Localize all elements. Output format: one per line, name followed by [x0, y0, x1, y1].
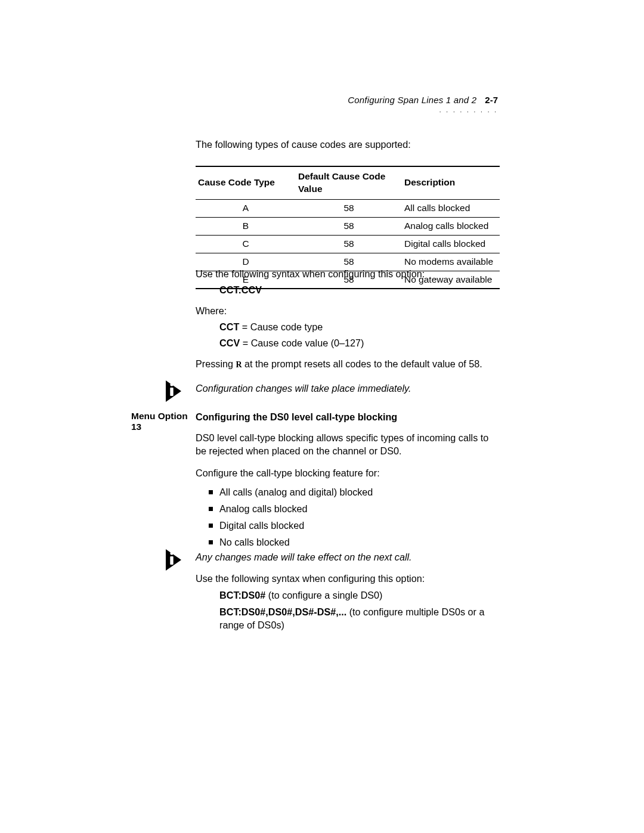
where-item: CCV = Cause code value (0–127) — [196, 337, 500, 350]
col-header-type: Cause Code Type — [196, 166, 296, 199]
where-rest: = Cause code type — [239, 321, 323, 332]
where-item: CCT = Cause code type — [196, 321, 500, 334]
where-label: Where: — [196, 305, 500, 318]
syntax2-bold: BCT:DS0#,DS0#,DS#-DS#,... — [219, 606, 346, 617]
syntax-lead: Use the following syntax when configurin… — [196, 268, 500, 281]
cell-value: 58 — [296, 217, 402, 235]
cell-desc: Analog calls blocked — [402, 217, 500, 235]
section-title: Configuring the DS0 level call-type bloc… — [196, 411, 500, 424]
header-title: Configuring Span Lines 1 and 2 — [348, 95, 476, 105]
svg-rect-2 — [170, 388, 173, 396]
reset-line: Pressing R at the prompt resets all code… — [196, 358, 500, 371]
syntax2-lead: Use the following syntax when configurin… — [196, 572, 500, 586]
note-text: Configuration changes will take place im… — [196, 382, 500, 395]
call-type-list: All calls (analog and digital) blocked A… — [196, 484, 500, 550]
col-header-desc: Description — [402, 166, 500, 199]
syntax2-item: BCT:DS0#,DS0#,DS#-DS#,... (to configure … — [196, 606, 500, 632]
table-header-row: Cause Code Type Default Cause Code Value… — [196, 166, 500, 199]
syntax2-item: BCT:DS0# (to configure a single DS0) — [196, 589, 500, 602]
syntax2-rest: (to configure a single DS0) — [265, 590, 382, 600]
page: Configuring Span Lines 1 and 2 2-7 · · ·… — [0, 0, 644, 833]
page-header: Configuring Span Lines 1 and 2 2-7 · · ·… — [348, 95, 498, 115]
section-paragraph: DS0 level call-type blocking allows spec… — [196, 432, 500, 458]
cell-desc: All calls blocked — [402, 199, 500, 217]
cell-desc: Digital calls blocked — [402, 235, 500, 253]
cell-type: A — [196, 199, 296, 217]
reset-pre: Pressing — [196, 358, 236, 369]
menu-option-label: Menu Option 13 — [131, 411, 196, 432]
reset-post: at the prompt resets all codes to the de… — [242, 358, 482, 369]
header-dots: · · · · · · · · · — [348, 109, 498, 115]
where-bold: CCT — [219, 321, 239, 332]
syntax2-bold: BCT:DS0# — [219, 590, 265, 600]
list-item: Analog calls blocked — [209, 501, 500, 518]
syntax-code: CCT:CCV — [196, 284, 500, 297]
note-text: Any changes made will take effect on the… — [196, 551, 500, 564]
list-item: Digital calls blocked — [209, 518, 500, 534]
page-number: 2-7 — [485, 95, 498, 105]
cell-type: B — [196, 217, 296, 235]
info-arrow-icon — [165, 379, 193, 403]
table-row: A 58 All calls blocked — [196, 199, 500, 217]
svg-marker-3 — [166, 549, 181, 571]
cell-value: 58 — [296, 235, 402, 253]
intro-paragraph: The following types of cause codes are s… — [196, 138, 500, 151]
info-arrow-icon — [165, 548, 193, 572]
where-bold: CCV — [219, 337, 240, 348]
col-header-value: Default Cause Code Value — [296, 166, 402, 199]
svg-point-1 — [170, 383, 173, 386]
svg-rect-5 — [170, 556, 173, 565]
section-lead: Configure the call-type blocking feature… — [196, 467, 500, 480]
where-rest: = Cause code value (0–127) — [240, 337, 364, 348]
svg-marker-0 — [166, 380, 181, 402]
list-item: No calls blocked — [209, 534, 500, 551]
cell-type: C — [196, 235, 296, 253]
svg-point-4 — [170, 552, 173, 555]
table-row: B 58 Analog calls blocked — [196, 217, 500, 235]
table-row: C 58 Digital calls blocked — [196, 235, 500, 253]
cell-value: 58 — [296, 199, 402, 217]
list-item: All calls (analog and digital) blocked — [209, 484, 500, 501]
reset-key: R — [236, 360, 242, 369]
